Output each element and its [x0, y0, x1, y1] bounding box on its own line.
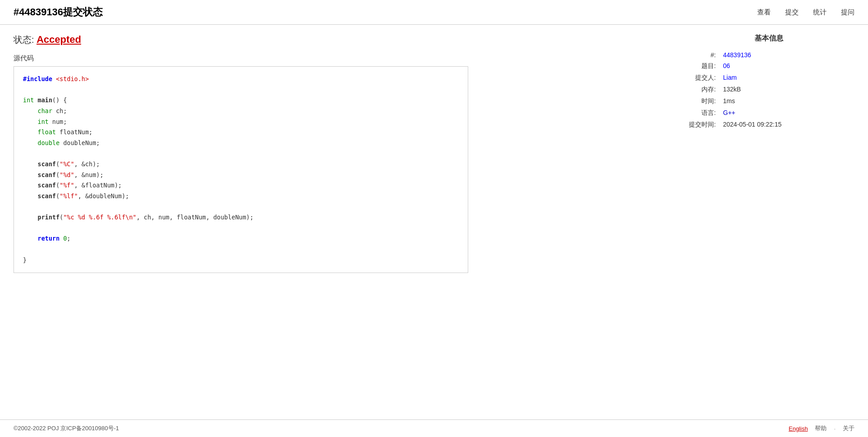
- footer-copyright: ©2002-2022 POJ 京ICP备20010980号-1: [14, 424, 119, 432]
- info-submit-time-label: 提交时间:: [683, 119, 719, 131]
- info-box-title: 基本信息: [683, 34, 854, 43]
- info-submitter-value: Liam: [719, 72, 854, 84]
- info-row-submitter: 提交人: Liam: [683, 72, 854, 84]
- nav-view[interactable]: 查看: [757, 8, 771, 17]
- status-line: 状态: Accepted: [14, 34, 665, 46]
- info-time-value: 1ms: [719, 96, 854, 107]
- info-row-language: 语言: G++: [683, 107, 854, 119]
- footer-help-link[interactable]: 帮助: [815, 424, 827, 432]
- right-panel: 基本信息 #: 44839136 题目: 06 提交人: Liam: [683, 34, 854, 410]
- info-language-value: G++: [719, 107, 854, 119]
- code-block: #include <stdio.h> int main() { char ch;…: [14, 66, 468, 273]
- info-memory-value: 132kB: [719, 84, 854, 96]
- page-footer: ©2002-2022 POJ 京ICP备20010980号-1 English …: [0, 419, 868, 437]
- nav-submit[interactable]: 提交: [785, 8, 799, 17]
- main-content: 状态: Accepted 源代码 #include <stdio.h> int …: [0, 25, 868, 419]
- code-content: #include <stdio.h> int main() { char ch;…: [23, 74, 459, 265]
- footer-english-link[interactable]: English: [789, 425, 808, 432]
- info-problem-label: 题目:: [683, 60, 719, 72]
- info-row-time: 时间: 1ms: [683, 96, 854, 107]
- page-header: #44839136提交状态 查看 提交 统计 提问: [0, 0, 868, 25]
- info-memory-label: 内存:: [683, 84, 719, 96]
- info-table: #: 44839136 题目: 06 提交人: Liam 内存: 132kB: [683, 50, 854, 131]
- footer-right: English 帮助 · 关于: [789, 424, 854, 432]
- info-row-memory: 内存: 132kB: [683, 84, 854, 96]
- info-id-value: 44839136: [719, 50, 854, 60]
- page-title: #44839136提交状态: [14, 5, 103, 19]
- info-time-label: 时间:: [683, 96, 719, 107]
- status-value[interactable]: Accepted: [36, 34, 81, 45]
- footer-separator: ·: [834, 425, 836, 432]
- info-row-problem: 题目: 06: [683, 60, 854, 72]
- source-label: 源代码: [14, 54, 665, 63]
- info-problem-value: 06: [719, 60, 854, 72]
- info-submitter-label: 提交人:: [683, 72, 719, 84]
- footer-about-link[interactable]: 关于: [843, 424, 854, 432]
- nav-ask[interactable]: 提问: [841, 8, 854, 17]
- nav-stats[interactable]: 统计: [813, 8, 827, 17]
- left-panel: 状态: Accepted 源代码 #include <stdio.h> int …: [14, 34, 665, 410]
- status-label: 状态:: [14, 35, 34, 45]
- info-row-id: #: 44839136: [683, 50, 854, 60]
- info-submit-time-value: 2024-05-01 09:22:15: [719, 119, 854, 131]
- info-row-submit-time: 提交时间: 2024-05-01 09:22:15: [683, 119, 854, 131]
- header-nav: 查看 提交 统计 提问: [757, 8, 854, 17]
- info-id-label: #:: [683, 50, 719, 60]
- info-language-label: 语言:: [683, 107, 719, 119]
